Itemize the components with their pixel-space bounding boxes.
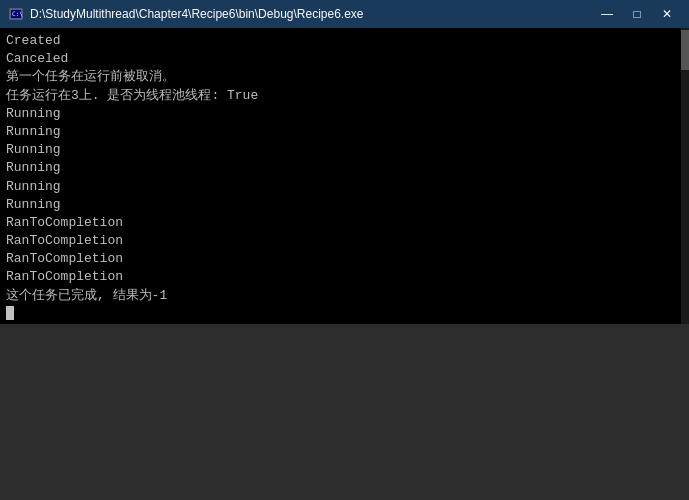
scrollbar-thumb[interactable] [681,30,689,70]
console-line-0: Created [6,32,683,50]
console-line-6: Running [6,141,683,159]
console-line-11: RanToCompletion [6,232,683,250]
console-line-7: Running [6,159,683,177]
scrollbar[interactable] [681,28,689,324]
console-line-3: 任务运行在3上. 是否为线程池线程: True [6,87,683,105]
console-line-9: Running [6,196,683,214]
console-line-12: RanToCompletion [6,250,683,268]
console-line-14: 这个任务已完成, 结果为-1 [6,287,683,305]
cursor-line [6,305,683,320]
maximize-button[interactable]: □ [623,4,651,24]
console-line-8: Running [6,178,683,196]
console-line-2: 第一个任务在运行前被取消。 [6,68,683,86]
window-controls: — □ ✕ [593,4,681,24]
console-line-1: Canceled [6,50,683,68]
svg-text:C:\: C:\ [12,10,23,17]
window-title: D:\StudyMultithread\Chapter4\Recipe6\bin… [30,7,364,21]
minimize-button[interactable]: — [593,4,621,24]
close-button[interactable]: ✕ [653,4,681,24]
console-line-13: RanToCompletion [6,268,683,286]
title-bar-left: C:\ D:\StudyMultithread\Chapter4\Recipe6… [8,6,364,22]
title-bar: C:\ D:\StudyMultithread\Chapter4\Recipe6… [0,0,689,28]
window: C:\ D:\StudyMultithread\Chapter4\Recipe6… [0,0,689,324]
console-line-10: RanToCompletion [6,214,683,232]
cursor-block [6,306,14,320]
console-icon: C:\ [8,6,24,22]
console-line-5: Running [6,123,683,141]
console-output: Created Canceled 第一个任务在运行前被取消。 任务运行在3上. … [0,28,689,324]
console-line-4: Running [6,105,683,123]
